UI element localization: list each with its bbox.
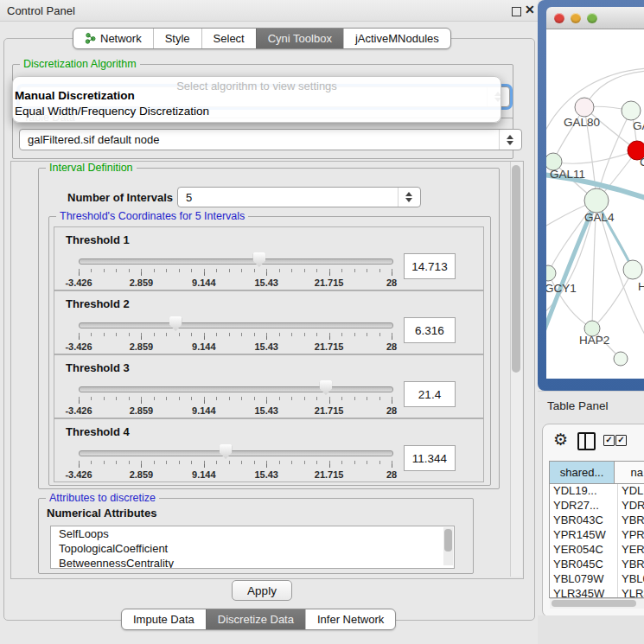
node-gal4[interactable]	[584, 188, 609, 213]
node-partial-right-mid[interactable]	[623, 260, 642, 279]
zoom-traffic-light-icon[interactable]	[587, 13, 597, 23]
float-window-icon[interactable]	[512, 7, 521, 16]
cell[interactable]: YPR1	[618, 528, 644, 543]
tick-label: 2.859	[130, 405, 154, 416]
threshold-4-value-field[interactable]: 11.344	[404, 445, 456, 471]
tab-select[interactable]: Select	[201, 29, 256, 48]
threshold-3-value-field[interactable]: 21.4	[404, 381, 456, 407]
popup-option-equal-width-frequency[interactable]: Equal Width/Frequency Discretization	[15, 105, 209, 118]
close-traffic-light-icon[interactable]	[554, 13, 564, 23]
cell[interactable]: YBR0	[618, 513, 644, 528]
tab-network[interactable]: Network	[73, 29, 153, 48]
discretization-algorithm-label: Discretization Algorithm	[20, 58, 140, 70]
table-row[interactable]: YPR145WYPR1	[550, 528, 644, 543]
combo-stepper-icon	[398, 188, 412, 207]
numerical-attributes-list[interactable]: SelfLoops TopologicalCoefficient Between…	[50, 526, 455, 569]
slider-minor-ticks	[79, 397, 392, 400]
node-partial-bottom[interactable]	[614, 352, 628, 366]
table-row[interactable]: YBL079WYBL0	[550, 572, 644, 587]
tick-label: -3.426	[65, 469, 92, 480]
tick-label: 15.43	[254, 469, 278, 480]
control-panel-tabs: Network Style Select Cyni Toolbox jActiv…	[73, 28, 451, 49]
tab-discretize-data[interactable]: Discretize Data	[206, 609, 305, 629]
tick-label: 21.715	[315, 277, 344, 288]
tab-impute-data[interactable]: Impute Data	[122, 609, 206, 629]
table-row[interactable]: YDR27...YDR2	[550, 499, 644, 513]
vertical-scrollbar-thumb[interactable]	[512, 165, 520, 373]
minimize-traffic-light-icon[interactable]	[571, 13, 581, 23]
cell[interactable]: YER054C	[550, 543, 618, 558]
tick-label: 9.144	[192, 405, 216, 416]
close-icon[interactable]: ✕	[525, 3, 535, 16]
cell[interactable]: YLR345W	[550, 587, 618, 598]
table-data-combobox[interactable]: galFiltered.sif default node	[19, 129, 522, 150]
column-header-name[interactable]: na	[615, 462, 644, 483]
popup-option-manual-discretization[interactable]: Manual Discretization	[15, 89, 135, 102]
cell[interactable]: YBR0	[618, 558, 644, 572]
table-row[interactable]: YLR345WYLR3	[550, 587, 644, 598]
threshold-2-value-field[interactable]: 6.316	[404, 317, 456, 343]
threshold-1-slider-handle[interactable]	[252, 252, 265, 267]
table-hscrollbar-thumb[interactable]	[552, 600, 636, 607]
apply-button[interactable]: Apply	[232, 580, 292, 601]
list-item[interactable]: TopologicalCoefficient	[51, 541, 454, 556]
tab-style[interactable]: Style	[153, 29, 201, 48]
tick-label: 28	[386, 341, 397, 352]
node-gcy1[interactable]	[546, 265, 556, 281]
node-gal80[interactable]	[575, 98, 594, 117]
table-options-button[interactable]: ⚙	[553, 431, 568, 449]
network-window-titlebar[interactable]	[546, 7, 644, 29]
vertical-scrollbar[interactable]	[510, 162, 522, 577]
threshold-2-panel: Threshold 2 -3.426 2.859 9.144 15.43 21.…	[54, 290, 484, 354]
node-partial-right-top[interactable]	[622, 101, 641, 120]
cell[interactable]: YBR045C	[550, 558, 618, 572]
numerical-attributes-heading: Numerical Attributes	[47, 507, 156, 520]
cell[interactable]: YBR043C	[550, 513, 618, 528]
slider-scale: -3.426 2.859 9.144 15.43 21.715 28	[79, 468, 392, 480]
table-row[interactable]: YBR043CYBR0	[550, 513, 644, 528]
list-item[interactable]: SelfLoops	[51, 526, 454, 541]
table-row[interactable]: YER054CYER0	[550, 543, 644, 558]
list-scrollbar[interactable]	[443, 527, 453, 565]
tab-jactivemnodules-label: jActiveMNodules	[355, 32, 439, 45]
cell[interactable]: YER0	[618, 543, 644, 558]
tab-infer-network[interactable]: Infer Network	[305, 609, 395, 629]
cell[interactable]: YLR3	[618, 587, 644, 598]
table-row[interactable]: YDL19...YDL1	[550, 484, 644, 499]
cell[interactable]: YDR27...	[550, 499, 618, 513]
select-all-checkbox-icon[interactable]: ✓	[603, 435, 615, 446]
number-of-intervals-label: Number of Intervals	[67, 191, 173, 204]
tab-jactivemnodules[interactable]: jActiveMNodules	[343, 29, 450, 48]
threshold-3-slider-handle[interactable]	[319, 380, 332, 395]
tick-label: -3.426	[65, 341, 92, 352]
select-column-checkbox-icon[interactable]: ✓	[615, 435, 627, 446]
threshold-4-label: Threshold 4	[66, 425, 130, 438]
tab-cyni-toolbox[interactable]: Cyni Toolbox	[256, 29, 343, 48]
threshold-4-slider-handle[interactable]	[220, 444, 233, 459]
cell[interactable]: YBL079W	[550, 572, 618, 587]
label-partial-h: H	[638, 280, 644, 293]
tick-label: 2.859	[130, 341, 154, 352]
label-gal11: GAL11	[550, 168, 585, 181]
number-of-intervals-combobox[interactable]: 5	[177, 187, 421, 207]
list-item[interactable]: BetweennessCentrality	[51, 556, 454, 569]
algorithm-dropdown-popup: Select algorithm to view settings Manual…	[12, 76, 501, 123]
threshold-1-value-field[interactable]: 14.713	[404, 253, 456, 279]
slider-minor-ticks	[79, 461, 392, 464]
threshold-1-label: Threshold 1	[66, 233, 130, 246]
cell[interactable]: YDL1	[618, 484, 644, 499]
cell[interactable]: YDL19...	[550, 484, 618, 499]
table-row[interactable]: YBR045CYBR0	[550, 558, 644, 572]
threshold-2-slider-handle[interactable]	[169, 316, 182, 331]
tab-style-label: Style	[165, 32, 190, 45]
slider-scale: -3.426 2.859 9.144 15.43 21.715 28	[79, 276, 392, 288]
cell[interactable]: YPR145W	[550, 528, 618, 543]
show-columns-icon[interactable]	[577, 432, 596, 450]
cell[interactable]: YDR2	[618, 499, 644, 513]
cell[interactable]: YBL0	[618, 572, 644, 587]
column-header-shared-name[interactable]: shared...	[550, 462, 615, 483]
tick-label: 9.144	[192, 469, 216, 480]
list-scrollbar-thumb[interactable]	[444, 529, 452, 552]
network-canvas[interactable]: GAL80 GA C GAL11 GAL4 GCY1 H HAP2	[546, 29, 644, 379]
table-horizontal-scrollbar[interactable]	[550, 598, 644, 609]
